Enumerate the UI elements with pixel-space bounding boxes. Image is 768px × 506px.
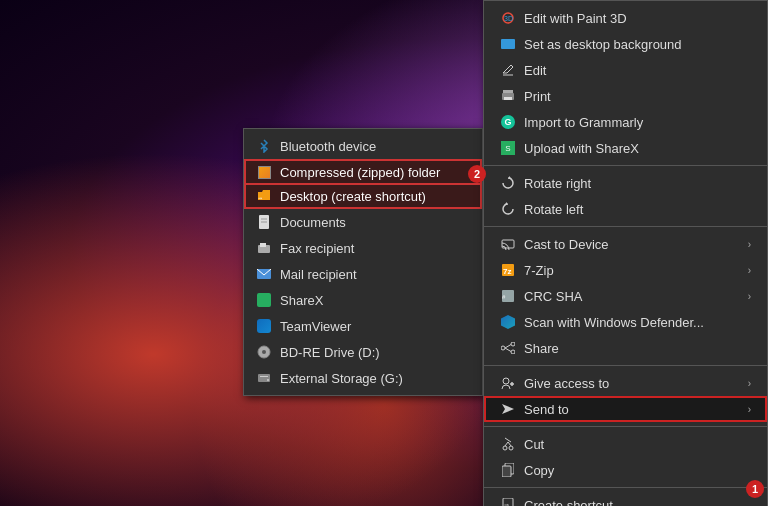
sendto-documents[interactable]: Documents [244, 209, 482, 235]
svg-line-36 [505, 442, 508, 446]
svg-rect-14 [501, 39, 515, 49]
divider-3 [484, 365, 767, 366]
teamviewer-icon [256, 318, 272, 334]
divider-5 [484, 487, 767, 488]
svg-rect-10 [260, 376, 268, 377]
main-context-menu: 3D Edit with Paint 3D Set as desktop bac… [483, 0, 768, 506]
external-storage-icon [256, 370, 272, 386]
give-access-arrow: › [748, 378, 751, 389]
svg-marker-19 [509, 176, 512, 179]
sendto-teamviewer[interactable]: TeamViewer [244, 313, 482, 339]
divider-1 [484, 165, 767, 166]
menu-rotate-right[interactable]: Rotate right [484, 170, 767, 196]
svg-line-37 [508, 442, 511, 446]
menu-share[interactable]: Share [484, 335, 767, 361]
bdre-icon [256, 344, 272, 360]
rotate-right-icon [500, 175, 516, 191]
svg-marker-20 [504, 202, 507, 205]
svg-point-27 [511, 350, 515, 354]
svg-line-38 [505, 438, 511, 442]
rotate-left-icon [500, 201, 516, 217]
menu-edit[interactable]: Edit [484, 57, 767, 83]
mail-icon [256, 266, 272, 282]
badge-2: 2 [468, 165, 486, 183]
svg-point-34 [503, 446, 507, 450]
svg-point-35 [509, 446, 513, 450]
menu-defender[interactable]: Scan with Windows Defender... [484, 309, 767, 335]
sendto-arrow: › [748, 404, 751, 415]
svg-text:⇒: ⇒ [504, 502, 509, 506]
menu-crcsha[interactable]: # CRC SHA › [484, 283, 767, 309]
menu-grammarly[interactable]: G Import to Grammarly [484, 109, 767, 135]
sendto-compressed[interactable]: Compressed (zipped) folder [244, 159, 482, 185]
sharex-upload-icon: S [500, 140, 516, 156]
svg-point-26 [511, 342, 515, 346]
share-icon [500, 340, 516, 356]
svg-rect-18 [504, 97, 512, 100]
7zip-icon: 7z [500, 262, 516, 278]
svg-text:⇒: ⇒ [258, 195, 262, 201]
svg-rect-40 [502, 466, 511, 477]
badge-1: 1 [746, 480, 764, 498]
crcsha-icon: # [500, 288, 516, 304]
crcsha-arrow: › [748, 291, 751, 302]
sendto-menu-icon [500, 401, 516, 417]
fax-icon [256, 240, 272, 256]
create-shortcut-icon: ⇒ [500, 497, 516, 506]
sendto-submenu: Bluetooth device Compressed (zipped) fol… [243, 128, 483, 396]
menu-print[interactable]: Print [484, 83, 767, 109]
svg-line-30 [505, 348, 511, 352]
svg-point-31 [503, 378, 509, 384]
svg-line-29 [505, 345, 511, 349]
svg-text:3D: 3D [504, 15, 513, 22]
cut-icon [500, 436, 516, 452]
divider-2 [484, 226, 767, 227]
grammarly-icon: G [500, 114, 516, 130]
menu-rotate-left[interactable]: Rotate left [484, 196, 767, 222]
cast-icon [500, 236, 516, 252]
divider-4 [484, 426, 767, 427]
menu-create-shortcut[interactable]: ⇒ Create shortcut [484, 492, 767, 506]
sendto-desktop[interactable]: ⇒ Desktop (create shortcut) [244, 183, 482, 209]
folder-shortcut-icon: ⇒ [256, 188, 272, 204]
cast-arrow: › [748, 239, 751, 250]
menu-cut[interactable]: Cut [484, 431, 767, 457]
svg-rect-5 [260, 243, 266, 247]
give-access-icon [500, 375, 516, 391]
print-icon [500, 88, 516, 104]
defender-icon [500, 314, 516, 330]
svg-point-8 [262, 350, 266, 354]
sendto-bluetooth[interactable]: Bluetooth device [244, 133, 482, 159]
7zip-arrow: › [748, 265, 751, 276]
menu-sharex-upload[interactable]: S Upload with ShareX [484, 135, 767, 161]
sendto-fax[interactable]: Fax recipient [244, 235, 482, 261]
menu-copy[interactable]: Copy [484, 457, 767, 483]
svg-text:7z: 7z [503, 267, 511, 276]
sendto-mail[interactable]: Mail recipient [244, 261, 482, 287]
menu-give-access[interactable]: Give access to › [484, 370, 767, 396]
sendto-external[interactable]: External Storage (G:) [244, 365, 482, 391]
sendto-bdre[interactable]: BD-RE Drive (D:) [244, 339, 482, 365]
bluetooth-icon [256, 138, 272, 154]
menu-7zip[interactable]: 7z 7-Zip › [484, 257, 767, 283]
sharex-icon [256, 292, 272, 308]
menu-set-desktop-bg[interactable]: Set as desktop background [484, 31, 767, 57]
svg-point-11 [267, 379, 269, 381]
paint3d-icon: 3D [500, 10, 516, 26]
copy-icon [500, 462, 516, 478]
menu-send-to[interactable]: Send to › [484, 396, 767, 422]
sendto-sharex[interactable]: ShareX [244, 287, 482, 313]
zip-icon [256, 164, 272, 180]
set-bg-icon [500, 36, 516, 52]
documents-icon [256, 214, 272, 230]
edit-icon [500, 62, 516, 78]
menu-paint3d[interactable]: 3D Edit with Paint 3D [484, 5, 767, 31]
menu-cast[interactable]: Cast to Device › [484, 231, 767, 257]
svg-point-28 [501, 346, 505, 350]
